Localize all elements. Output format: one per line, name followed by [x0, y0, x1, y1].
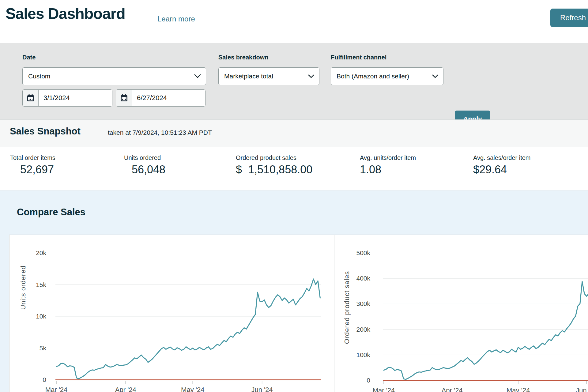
metric-avg-units-per-order: Avg. units/order item 1.08	[360, 154, 470, 176]
metric-value: $ 1,510,858.00	[236, 163, 357, 176]
refresh-button[interactable]: Refresh	[550, 9, 588, 27]
filter-bar: Date Custom 3/1/2024 6/27/2024 Sales bre…	[0, 43, 588, 119]
svg-text:500k: 500k	[356, 249, 370, 256]
svg-text:0: 0	[43, 376, 46, 383]
sales-breakdown-label: Sales breakdown	[218, 54, 268, 61]
compare-sales-chart-card: 05k10k15k20kMar '24Apr '24May '24Jun '24…	[9, 235, 588, 392]
svg-text:Ordered product sales: Ordered product sales	[343, 271, 351, 344]
svg-text:May '24: May '24	[181, 386, 204, 392]
metric-units-ordered: Units ordered 56,048	[124, 154, 233, 176]
date-label: Date	[22, 54, 36, 61]
metric-avg-sales-per-order: Avg. sales/order item $29.64	[473, 154, 588, 176]
date-range-selected-value: Custom	[28, 73, 50, 80]
units-ordered-line-chart: 05k10k15k20kMar '24Apr '24May '24Jun '24…	[9, 236, 334, 392]
svg-text:Apr '24: Apr '24	[115, 386, 136, 392]
metric-label: Units ordered	[124, 154, 233, 161]
chevron-down-icon	[308, 74, 314, 78]
svg-text:200k: 200k	[356, 326, 370, 333]
fulfillment-channel-select[interactable]: Both (Amazon and seller)	[331, 67, 443, 85]
metric-label: Ordered product sales	[236, 154, 357, 161]
svg-text:300k: 300k	[356, 300, 370, 307]
svg-text:Apr '24: Apr '24	[442, 386, 463, 392]
svg-text:0: 0	[367, 377, 370, 384]
metric-label: Avg. sales/order item	[473, 154, 588, 161]
start-date-input[interactable]: 3/1/2024	[22, 89, 112, 107]
end-date-value[interactable]: 6/27/2024	[132, 90, 167, 106]
chevron-down-icon	[194, 74, 201, 78]
chevron-down-icon	[432, 74, 438, 78]
svg-text:May '24: May '24	[507, 386, 530, 392]
svg-text:Jun '24: Jun '24	[576, 386, 588, 392]
svg-text:10k: 10k	[36, 313, 46, 320]
snapshot-metrics-row: Total order items 52,697 Units ordered 5…	[0, 147, 588, 190]
learn-more-link[interactable]: Learn more	[157, 15, 195, 23]
metric-value: 52,697	[20, 163, 120, 176]
svg-text:Units ordered: Units ordered	[19, 265, 27, 310]
sales-snapshot-title: Sales Snapshot	[10, 126, 81, 137]
start-date-value[interactable]: 3/1/2024	[39, 90, 70, 106]
metric-total-order-items: Total order items 52,697	[10, 154, 120, 176]
svg-text:Jun '24: Jun '24	[251, 386, 273, 392]
metric-label: Total order items	[10, 154, 120, 161]
svg-text:Mar '24: Mar '24	[373, 386, 395, 392]
svg-text:20k: 20k	[36, 249, 46, 256]
svg-text:5k: 5k	[40, 345, 47, 352]
calendar-icon[interactable]	[116, 90, 132, 106]
metric-label: Avg. units/order item	[360, 154, 470, 161]
page-header: Sales Dashboard Learn more Refresh	[0, 0, 588, 43]
end-date-input[interactable]: 6/27/2024	[116, 89, 205, 107]
sales-snapshot-header: Sales Snapshot taken at 7/9/2024, 10:51:…	[0, 119, 588, 147]
svg-text:15k: 15k	[36, 281, 46, 288]
fulfillment-channel-label: Fulfillment channel	[331, 54, 386, 61]
page-title: Sales Dashboard	[6, 5, 125, 23]
svg-text:400k: 400k	[356, 275, 370, 282]
compare-sales-section: Compare Sales Graph view 05k10k15k20kMar…	[0, 190, 588, 392]
snapshot-timestamp: taken at 7/9/2024, 10:51:23 AM PDT	[108, 129, 212, 136]
metric-value: $29.64	[473, 163, 588, 176]
ordered-product-sales-line-chart: 0100k200k300k400k500kMar '24Apr '24May '…	[334, 236, 588, 392]
metric-ordered-product-sales: Ordered product sales $ 1,510,858.00	[236, 154, 357, 176]
metric-value: 1.08	[360, 163, 470, 176]
date-range-select[interactable]: Custom	[22, 67, 206, 85]
metric-value: 56,048	[132, 163, 233, 176]
chart-divider: 0100k200k300k400k500kMar '24Apr '24May '…	[334, 235, 588, 392]
compare-sales-title: Compare Sales	[17, 207, 85, 218]
svg-text:Mar '24: Mar '24	[45, 386, 68, 392]
calendar-icon[interactable]	[23, 90, 39, 106]
svg-text:100k: 100k	[356, 351, 370, 358]
sales-breakdown-select[interactable]: Marketplace total	[218, 67, 319, 85]
fulfillment-channel-selected-value: Both (Amazon and seller)	[337, 73, 409, 80]
sales-breakdown-selected-value: Marketplace total	[224, 73, 273, 80]
